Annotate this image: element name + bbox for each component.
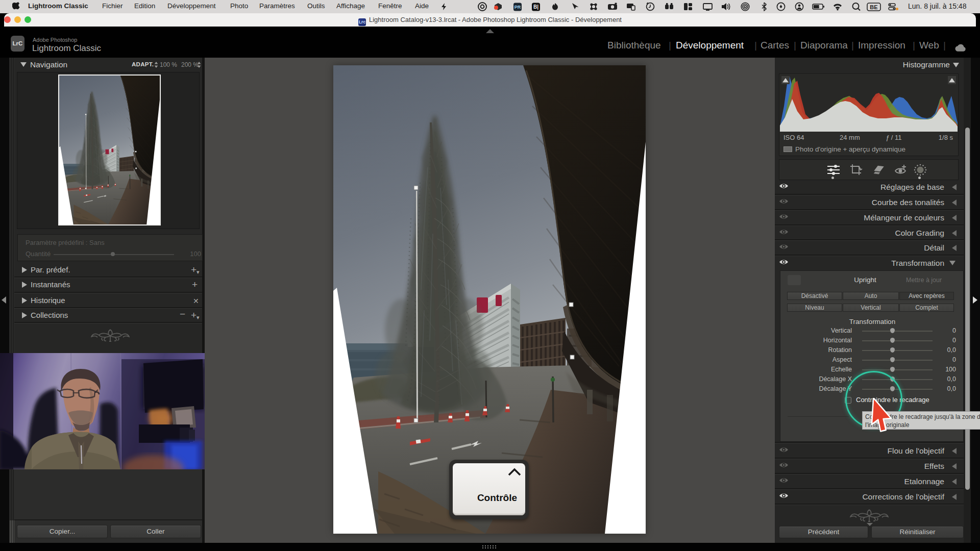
svg-text:PR: PR — [514, 5, 521, 10]
svg-text:B|: B| — [533, 4, 538, 10]
svg-text:BE: BE — [870, 4, 877, 10]
